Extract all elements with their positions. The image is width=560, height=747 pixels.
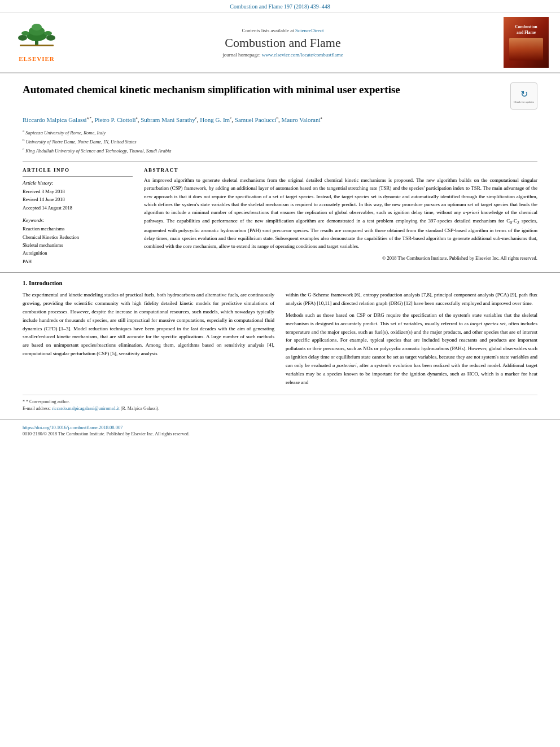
abstract-text: An improved algorithm to generate skelet… <box>144 176 537 251</box>
body-col-right: within the G-Scheme framework [6], entro… <box>286 291 537 390</box>
page: Combustion and Flame 197 (2018) 439–448 <box>0 0 560 747</box>
article-date-accepted: Accepted 14 August 2018 <box>23 204 133 212</box>
keywords-title: Keywords: <box>23 217 133 223</box>
section-title-text: Introduction <box>29 279 63 286</box>
homepage-line: journal homepage: www.elsevier.com/locat… <box>62 52 504 58</box>
elsevier-text-label: ELSEVIER <box>19 55 55 62</box>
author-ciottoli[interactable]: Pietro P. Ciottoli <box>95 116 136 123</box>
intro-para-1: The experimental and kinetic modeling st… <box>23 291 274 358</box>
author-malpica[interactable]: Riccardo Malpica Galassi <box>23 116 87 123</box>
affiliations: a Sapienza University of Rome, Rome, Ita… <box>23 128 537 155</box>
body-col-left: The experimental and kinetic modeling st… <box>23 291 274 390</box>
refresh-icon: ↻ <box>520 89 528 99</box>
contents-available-line: Contents lists available at ScienceDirec… <box>62 28 504 33</box>
body-content: 1. Introduction The experimental and kin… <box>0 273 560 420</box>
top-citation-bar: Combustion and Flame 197 (2018) 439–448 <box>0 0 560 12</box>
article-history-section: Article history: Received 3 May 2018 Rev… <box>23 176 133 212</box>
homepage-text: journal homepage: <box>222 52 260 58</box>
article-date-revised: Revised 14 June 2018 <box>23 195 133 203</box>
footnote-section: * * Corresponding author. E-mail address… <box>23 395 537 413</box>
svg-point-7 <box>44 31 52 36</box>
page-footer: https://doi.org/10.1016/j.combustflame.2… <box>0 420 560 440</box>
article-info-header: ARTICLE INFO <box>23 167 133 173</box>
keyword-reaction-mechanisms: Reaction mechanisms <box>23 225 133 233</box>
abstract-header: ABSTRACT <box>144 167 537 173</box>
body-two-column: The experimental and kinetic modeling st… <box>23 291 537 390</box>
section-number: 1. <box>23 279 27 286</box>
sciencedirect-link[interactable]: ScienceDirect <box>295 28 323 33</box>
elsevier-tree-image <box>14 23 59 54</box>
check-updates-badge: ↻ Check for updates <box>510 82 537 110</box>
keyword-autoignition: Autoignition <box>23 249 133 257</box>
main-content: Automated chemical kinetic mechanism sim… <box>0 73 560 273</box>
email-name: (R. Malpica Galassi). <box>121 406 159 411</box>
keywords-section: Keywords: Reaction mechanisms Chemical K… <box>23 217 133 265</box>
issn-line: 0010-2180/© 2018 The Combustion Institut… <box>23 431 537 436</box>
corresponding-email-link[interactable]: riccardo.malpicagalassi@uniroma1.it <box>52 406 120 411</box>
article-info-abstract-section: ARTICLE INFO Article history: Received 3… <box>23 161 537 266</box>
copyright-line: © 2018 The Combustion Institute. Publish… <box>144 255 537 261</box>
cover-image-decoration <box>509 38 543 60</box>
keyword-skeletal: Skeletal mechanisms <box>23 241 133 249</box>
svg-rect-8 <box>20 45 54 46</box>
journal-header: ELSEVIER Contents lists available at Sci… <box>0 12 560 73</box>
cover-title: Combustion and Flame <box>515 24 537 36</box>
article-history-title: Article history: <box>23 180 133 186</box>
keyword-ckr: Chemical Kinetics Reduction <box>23 233 133 241</box>
svg-point-5 <box>46 35 55 41</box>
article-info-column: ARTICLE INFO Article history: Received 3… <box>23 167 133 266</box>
contents-text: Contents lists available at <box>242 28 294 33</box>
journal-title: Combustion and Flame <box>62 36 504 50</box>
intro-para-3: Methods such as those based on CSP or DR… <box>286 311 537 387</box>
svg-point-6 <box>21 31 29 36</box>
email-note: E-mail address: riccardo.malpicagalassi@… <box>23 405 537 413</box>
article-title: Automated chemical kinetic mechanism sim… <box>23 82 510 97</box>
check-updates-label: Check for updates <box>514 101 534 103</box>
top-citation-link[interactable]: Combustion and Flame 197 (2018) 439–448 <box>230 3 330 10</box>
intro-para-2: within the G-Scheme framework [6], entro… <box>286 291 537 308</box>
journal-header-center: Contents lists available at ScienceDirec… <box>62 28 504 58</box>
keyword-pah: PAH <box>23 257 133 265</box>
author-paolucci[interactable]: Samuel Paolucci <box>235 116 277 123</box>
journal-cover-thumbnail: Combustion and Flame <box>504 17 549 68</box>
author-valorani[interactable]: Mauro Valorani <box>281 116 320 123</box>
corresponding-author-note: * * Corresponding author. <box>23 399 537 406</box>
homepage-url-link[interactable]: www.elsevier.com/locate/combustflame <box>262 52 343 58</box>
authors-line: Riccardo Malpica Galassia,*, Pietro P. C… <box>23 115 537 125</box>
elsevier-tree-svg <box>14 23 59 47</box>
article-date-received: Received 3 May 2018 <box>23 187 133 195</box>
affiliation-b: b University of Notre Dame, Notre Dame, … <box>23 137 537 146</box>
svg-point-3 <box>32 24 42 30</box>
author-im[interactable]: Hong G. Im <box>200 116 230 123</box>
keywords-list: Reaction mechanisms Chemical Kinetics Re… <box>23 225 133 265</box>
section-1-title: 1. Introduction <box>23 279 537 286</box>
affiliation-c: c King Abdullah University of Science an… <box>23 146 537 155</box>
author-sarathy[interactable]: Subram Mani Sarathy <box>141 116 195 123</box>
abstract-column: ABSTRACT An improved algorithm to genera… <box>144 167 537 266</box>
article-title-section: Automated chemical kinetic mechanism sim… <box>23 82 537 110</box>
elsevier-logo: ELSEVIER <box>11 23 62 62</box>
svg-point-4 <box>18 35 27 41</box>
affiliation-a: a Sapienza University of Rome, Rome, Ita… <box>23 128 537 137</box>
doi-link[interactable]: https://doi.org/10.1016/j.combustflame.2… <box>23 425 537 430</box>
